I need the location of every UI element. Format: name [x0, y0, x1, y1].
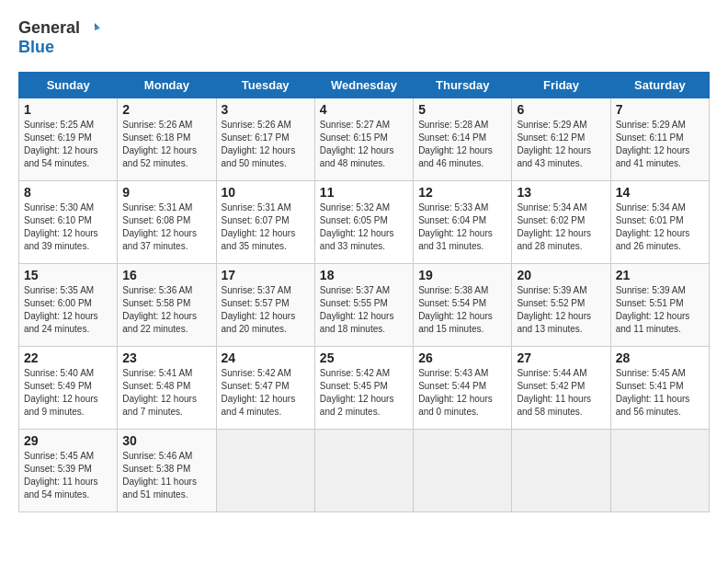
day-info: Sunrise: 5:29 AM Sunset: 6:12 PM Dayligh… [517, 119, 605, 170]
day-info: Sunrise: 5:32 AM Sunset: 6:05 PM Dayligh… [320, 201, 408, 253]
day-number: 2 [122, 102, 210, 117]
logo-container: General Blue [18, 18, 100, 57]
calendar-cell: 29Sunrise: 5:45 AM Sunset: 5:39 PM Dayli… [19, 430, 118, 512]
calendar-cell: 25Sunrise: 5:42 AM Sunset: 5:45 PM Dayli… [314, 347, 413, 430]
day-number: 11 [320, 185, 408, 200]
day-info: Sunrise: 5:26 AM Sunset: 6:17 PM Dayligh… [222, 119, 310, 170]
day-number: 28 [616, 350, 704, 365]
calendar-cell [414, 430, 512, 512]
day-info: Sunrise: 5:42 AM Sunset: 5:45 PM Dayligh… [320, 367, 408, 419]
day-info: Sunrise: 5:46 AM Sunset: 5:38 PM Dayligh… [122, 450, 210, 501]
day-info: Sunrise: 5:42 AM Sunset: 5:47 PM Dayligh… [222, 367, 310, 419]
calendar-cell: 9Sunrise: 5:31 AM Sunset: 6:08 PM Daylig… [118, 181, 216, 264]
day-info: Sunrise: 5:33 AM Sunset: 6:04 PM Dayligh… [418, 201, 506, 253]
weekday-header-saturday: Saturday [610, 73, 709, 98]
day-info: Sunrise: 5:39 AM Sunset: 5:52 PM Dayligh… [517, 284, 605, 336]
day-info: Sunrise: 5:36 AM Sunset: 5:58 PM Dayligh… [122, 284, 210, 336]
day-info: Sunrise: 5:31 AM Sunset: 6:08 PM Dayligh… [122, 201, 210, 253]
calendar-cell: 16Sunrise: 5:36 AM Sunset: 5:58 PM Dayli… [118, 264, 216, 347]
day-number: 6 [517, 102, 605, 117]
calendar-cell: 6Sunrise: 5:29 AM Sunset: 6:12 PM Daylig… [512, 98, 610, 181]
calendar-cell: 30Sunrise: 5:46 AM Sunset: 5:38 PM Dayli… [118, 430, 216, 512]
weekday-header-thursday: Thursday [414, 73, 512, 98]
calendar-cell: 8Sunrise: 5:30 AM Sunset: 6:10 PM Daylig… [19, 181, 118, 264]
day-number: 19 [418, 268, 506, 282]
calendar-cell: 19Sunrise: 5:38 AM Sunset: 5:54 PM Dayli… [414, 264, 512, 347]
calendar-cell: 2Sunrise: 5:26 AM Sunset: 6:18 PM Daylig… [118, 98, 216, 181]
day-info: Sunrise: 5:31 AM Sunset: 6:07 PM Dayligh… [222, 201, 310, 253]
calendar-cell [216, 430, 314, 512]
day-number: 16 [122, 268, 210, 282]
day-info: Sunrise: 5:37 AM Sunset: 5:57 PM Dayligh… [222, 284, 310, 336]
day-info: Sunrise: 5:45 AM Sunset: 5:39 PM Dayligh… [24, 450, 112, 501]
calendar-cell: 17Sunrise: 5:37 AM Sunset: 5:57 PM Dayli… [216, 264, 314, 347]
day-info: Sunrise: 5:44 AM Sunset: 5:42 PM Dayligh… [517, 367, 605, 419]
weekday-header-monday: Monday [118, 73, 216, 98]
calendar-week-row: 1Sunrise: 5:25 AM Sunset: 6:19 PM Daylig… [19, 98, 710, 181]
day-number: 13 [517, 185, 605, 200]
day-number: 10 [222, 185, 310, 200]
day-info: Sunrise: 5:34 AM Sunset: 6:01 PM Dayligh… [616, 201, 704, 253]
day-number: 15 [24, 268, 112, 282]
calendar-cell: 22Sunrise: 5:40 AM Sunset: 5:49 PM Dayli… [19, 347, 118, 430]
day-number: 21 [616, 268, 704, 282]
calendar-cell: 15Sunrise: 5:35 AM Sunset: 6:00 PM Dayli… [19, 264, 118, 347]
calendar-cell: 23Sunrise: 5:41 AM Sunset: 5:48 PM Dayli… [118, 347, 216, 430]
calendar-cell: 4Sunrise: 5:27 AM Sunset: 6:15 PM Daylig… [314, 98, 413, 181]
day-info: Sunrise: 5:35 AM Sunset: 6:00 PM Dayligh… [24, 284, 112, 336]
calendar-cell [512, 430, 610, 512]
day-info: Sunrise: 5:30 AM Sunset: 6:10 PM Dayligh… [24, 201, 112, 253]
day-number: 9 [122, 185, 210, 200]
calendar-cell: 14Sunrise: 5:34 AM Sunset: 6:01 PM Dayli… [610, 181, 709, 264]
day-number: 4 [320, 102, 408, 117]
day-number: 24 [222, 350, 310, 365]
calendar-week-row: 22Sunrise: 5:40 AM Sunset: 5:49 PM Dayli… [19, 347, 710, 430]
logo-bird-icon [82, 19, 100, 38]
day-number: 20 [517, 268, 605, 282]
weekday-header-tuesday: Tuesday [216, 73, 314, 98]
logo-blue: Blue [18, 38, 54, 57]
calendar-cell: 10Sunrise: 5:31 AM Sunset: 6:07 PM Dayli… [216, 181, 314, 264]
calendar-cell: 11Sunrise: 5:32 AM Sunset: 6:05 PM Dayli… [314, 181, 413, 264]
day-number: 5 [418, 102, 506, 117]
calendar-cell [610, 430, 709, 512]
day-info: Sunrise: 5:40 AM Sunset: 5:49 PM Dayligh… [24, 367, 112, 419]
day-info: Sunrise: 5:26 AM Sunset: 6:18 PM Dayligh… [122, 119, 210, 170]
calendar-cell: 5Sunrise: 5:28 AM Sunset: 6:14 PM Daylig… [414, 98, 512, 181]
day-info: Sunrise: 5:37 AM Sunset: 5:55 PM Dayligh… [320, 284, 408, 336]
calendar-cell: 24Sunrise: 5:42 AM Sunset: 5:47 PM Dayli… [216, 347, 314, 430]
day-info: Sunrise: 5:41 AM Sunset: 5:48 PM Dayligh… [122, 367, 210, 419]
day-number: 14 [616, 185, 704, 200]
calendar-cell: 13Sunrise: 5:34 AM Sunset: 6:02 PM Dayli… [512, 181, 610, 264]
day-info: Sunrise: 5:43 AM Sunset: 5:44 PM Dayligh… [418, 367, 506, 419]
day-number: 8 [24, 185, 112, 200]
calendar-cell: 12Sunrise: 5:33 AM Sunset: 6:04 PM Dayli… [414, 181, 512, 264]
day-info: Sunrise: 5:39 AM Sunset: 5:51 PM Dayligh… [616, 284, 704, 336]
day-number: 18 [320, 268, 408, 282]
calendar-cell [314, 430, 413, 512]
logo-general: General [18, 18, 80, 38]
day-number: 1 [24, 102, 112, 117]
calendar-cell: 27Sunrise: 5:44 AM Sunset: 5:42 PM Dayli… [512, 347, 610, 430]
day-number: 7 [616, 102, 704, 117]
calendar-cell: 18Sunrise: 5:37 AM Sunset: 5:55 PM Dayli… [314, 264, 413, 347]
day-info: Sunrise: 5:27 AM Sunset: 6:15 PM Dayligh… [320, 119, 408, 170]
day-info: Sunrise: 5:25 AM Sunset: 6:19 PM Dayligh… [24, 119, 112, 170]
page-header: General Blue [18, 18, 710, 57]
day-info: Sunrise: 5:29 AM Sunset: 6:11 PM Dayligh… [616, 119, 704, 170]
calendar-week-row: 29Sunrise: 5:45 AM Sunset: 5:39 PM Dayli… [19, 430, 710, 512]
day-info: Sunrise: 5:45 AM Sunset: 5:41 PM Dayligh… [616, 367, 704, 419]
day-info: Sunrise: 5:34 AM Sunset: 6:02 PM Dayligh… [517, 201, 605, 253]
calendar-cell: 7Sunrise: 5:29 AM Sunset: 6:11 PM Daylig… [610, 98, 709, 181]
day-info: Sunrise: 5:38 AM Sunset: 5:54 PM Dayligh… [418, 284, 506, 336]
day-number: 26 [418, 350, 506, 365]
calendar-cell: 28Sunrise: 5:45 AM Sunset: 5:41 PM Dayli… [610, 347, 709, 430]
calendar-week-row: 8Sunrise: 5:30 AM Sunset: 6:10 PM Daylig… [19, 181, 710, 264]
calendar-cell: 26Sunrise: 5:43 AM Sunset: 5:44 PM Dayli… [414, 347, 512, 430]
day-info: Sunrise: 5:28 AM Sunset: 6:14 PM Dayligh… [418, 119, 506, 170]
calendar-table: SundayMondayTuesdayWednesdayThursdayFrid… [18, 72, 710, 512]
calendar-week-row: 15Sunrise: 5:35 AM Sunset: 6:00 PM Dayli… [19, 264, 710, 347]
day-number: 12 [418, 185, 506, 200]
day-number: 3 [222, 102, 310, 117]
day-number: 29 [24, 433, 112, 448]
